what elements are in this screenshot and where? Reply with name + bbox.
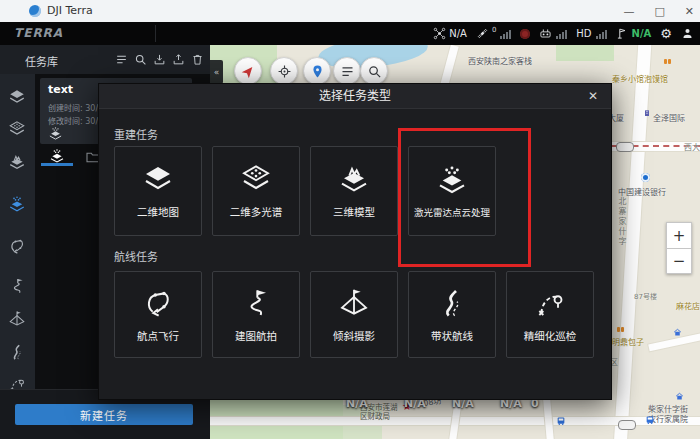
map-layers-list-button[interactable] — [333, 57, 361, 85]
nav-arrow-icon — [241, 64, 256, 79]
drone-icon — [433, 27, 446, 40]
import-icon[interactable] — [153, 53, 166, 66]
card-waypoint-flight[interactable]: 航点飞行 — [114, 271, 202, 358]
close-dialog-button[interactable]: ✕ — [585, 88, 601, 104]
rail-corridor-icon[interactable] — [8, 343, 26, 361]
map-label: 明鼎包子 — [612, 336, 644, 347]
zoom-in-button[interactable]: + — [666, 222, 692, 248]
card-mapping-photo[interactable]: 建图航拍 — [212, 271, 300, 358]
maximize-button[interactable]: □ — [654, 5, 664, 18]
rtk-icon — [616, 27, 629, 40]
task-type-rail — [0, 74, 35, 389]
divider — [155, 25, 156, 42]
map-label: 秦乡小馆泡馍馆 — [612, 73, 668, 84]
task-modified: 修改时间: 30/1 — [48, 115, 103, 126]
map-station-icon — [616, 142, 634, 152]
os-titlebar: DJI Terra — □ ✕ — [0, 0, 700, 23]
map-search-button[interactable] — [360, 57, 388, 85]
map-label: 西大 — [684, 141, 700, 152]
rtk-status: N/A — [616, 27, 652, 40]
rail-2d-map-icon[interactable] — [8, 88, 26, 106]
panel-collapse-button[interactable]: « — [210, 60, 223, 84]
active-tab-underline — [41, 163, 73, 166]
target-icon — [277, 64, 292, 79]
task-name: text — [48, 83, 73, 96]
map-people-poi-icon — [617, 327, 624, 332]
task-library-title: 任务库 — [25, 53, 58, 69]
gps-signal-bars-icon — [499, 29, 511, 39]
list-icon — [340, 64, 355, 79]
satellite-icon — [476, 27, 489, 40]
select-task-type-dialog: 选择任务类型 ✕ 重建任务 二维地图 二维多光谱 三维模型 — [98, 83, 612, 400]
new-task-button[interactable]: 新建任务 — [15, 404, 193, 425]
task-created: 创建时间: 30/1 — [48, 102, 103, 113]
app-topbar: TERRA N/A 0 HD N/A — [0, 22, 700, 45]
search-icon[interactable] — [134, 53, 147, 66]
task-library-header: 任务库 — [0, 45, 210, 75]
lidar-task-icon — [48, 126, 63, 141]
rc-status — [539, 27, 567, 40]
map-bus-stop-icon — [645, 415, 655, 425]
rail-waypoint-flight-icon[interactable] — [8, 237, 26, 255]
main-area: 西安陕南之家客栈 秦乡小馆泡馍馆 安大厦 全泽国际 西大 中国建设银行 北寨家什… — [0, 45, 700, 439]
mapping-route-icon — [240, 287, 272, 319]
locate-button[interactable] — [270, 57, 298, 85]
map-label: 87号楼 — [634, 291, 657, 301]
card-3d-model[interactable]: 三维模型 — [310, 146, 398, 236]
card-2d-multispectral[interactable]: 二维多光谱 — [212, 146, 300, 236]
rail-oblique-icon[interactable] — [8, 310, 26, 328]
map-bank-logo-icon — [641, 173, 650, 182]
terra-logo: TERRA — [14, 26, 63, 40]
section-label-route: 航线任务 — [114, 248, 158, 264]
map-bus-stop-icon — [556, 416, 566, 426]
map-label: 麻花店 — [676, 300, 700, 311]
corridor-route-icon — [436, 287, 468, 319]
tab-lidar-tasks[interactable] — [49, 148, 65, 164]
pin-icon — [310, 64, 325, 79]
map-label: 北寨家什字 — [616, 197, 627, 247]
dialog-header: 选择任务类型 ✕ — [99, 84, 611, 109]
oblique-photo-icon — [338, 287, 370, 319]
section-label-reconstruction: 重建任务 — [114, 126, 158, 142]
trash-icon[interactable] — [191, 53, 204, 66]
export-icon[interactable] — [172, 53, 185, 66]
card-corridor-route[interactable]: 带状航线 — [408, 271, 496, 358]
card-oblique-photo[interactable]: 倾斜摄影 — [310, 271, 398, 358]
rc-signal-bars-icon — [555, 29, 567, 39]
map-station-icon — [618, 420, 636, 430]
compass-button[interactable] — [234, 57, 262, 85]
map-people-poi-icon — [664, 59, 671, 64]
fine-inspection-icon — [534, 287, 566, 319]
sort-list-icon[interactable] — [115, 53, 128, 66]
status-cluster: N/A 0 HD N/A ⚙ — [433, 22, 694, 45]
rail-lidar-icon[interactable] — [8, 195, 26, 213]
map-label: 中国建设银行 — [618, 186, 666, 197]
multispectral-icon — [240, 163, 272, 195]
close-window-button[interactable]: ✕ — [685, 5, 694, 18]
dji-terra-window: DJI Terra — □ ✕ TERRA N/A 0 — [0, 0, 700, 439]
warning-indicator-icon — [520, 29, 530, 39]
aircraft-status: N/A — [433, 27, 467, 40]
route-cards: 航点飞行 建图航拍 倾斜摄影 带状航线 精细化巡检 — [114, 271, 594, 358]
model-3d-icon — [338, 163, 370, 195]
user-account-icon[interactable] — [681, 27, 694, 40]
gps-status: 0 — [476, 27, 511, 40]
hd-status: HD — [576, 28, 606, 39]
dialog-title: 选择任务类型 — [99, 84, 611, 108]
map-building-icon — [643, 109, 651, 117]
settings-gear-icon[interactable]: ⚙ — [660, 27, 672, 40]
map-house-poi-icon — [675, 392, 684, 401]
zoom-out-button[interactable]: − — [666, 248, 692, 274]
red-highlight-annotation — [398, 128, 531, 267]
card-fine-inspection[interactable]: 精细化巡检 — [506, 271, 594, 358]
window-title: DJI Terra — [47, 4, 93, 17]
layers-2d-icon — [142, 163, 174, 195]
remote-controller-icon — [539, 27, 552, 40]
rail-multispectral-icon[interactable] — [8, 120, 26, 138]
marker-button[interactable] — [303, 57, 331, 85]
card-2d-map[interactable]: 二维地图 — [114, 146, 202, 236]
rail-3d-model-icon[interactable] — [8, 153, 26, 171]
minimize-button[interactable]: — — [623, 5, 634, 18]
rail-mapping-photo-icon[interactable] — [8, 277, 26, 295]
search-icon — [367, 64, 382, 79]
